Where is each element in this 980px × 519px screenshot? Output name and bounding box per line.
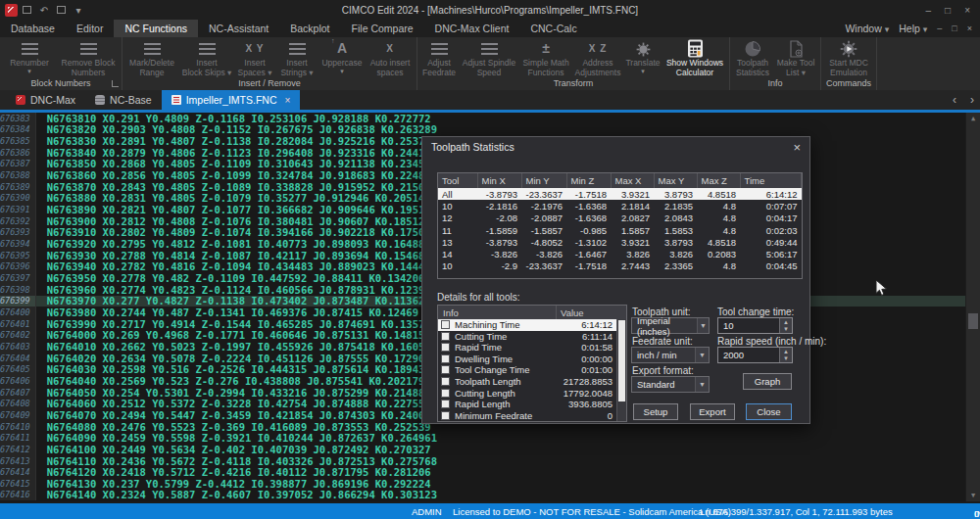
- spin-down-icon[interactable]: ▼: [780, 326, 792, 334]
- table-row[interactable]: 13-3.8793-4.8052-1.31023.93213.87934.851…: [438, 236, 802, 248]
- doc-tab-impeller-imts-fnc[interactable]: Impeller_IMTS.FNC×: [162, 90, 301, 110]
- save-icon[interactable]: [23, 6, 31, 14]
- detail-row-machining-time[interactable]: Machining Time6:14:12: [438, 319, 626, 331]
- detail-row-rapid-time[interactable]: Rapid Time0:01:58: [438, 342, 626, 354]
- minimize-icon[interactable]: –: [926, 5, 932, 16]
- checkbox[interactable]: [441, 320, 450, 329]
- table-row[interactable]: 10-2.1816-2.1976-1.63682.18142.18354.80:…: [438, 200, 802, 212]
- restore-icon[interactable]: □: [945, 5, 951, 16]
- dialog-close-icon[interactable]: ×: [793, 141, 801, 154]
- adjust-feedrate-button[interactable]: AdjustFeedrate: [419, 37, 459, 77]
- menu-tab-dnc-max-client[interactable]: DNC-Max Client: [424, 20, 520, 37]
- checkbox[interactable]: [441, 332, 450, 341]
- detail-row-dwelling-time[interactable]: Dwelling Time0:00:00: [438, 354, 626, 365]
- start-mdc-emulation-button[interactable]: Start MDCEmulation: [823, 37, 874, 77]
- detail-row-tool-change-time[interactable]: Tool Change Time0:01:00: [438, 364, 626, 376]
- auto-insert-spaces-button[interactable]: XAuto insertspaces: [366, 37, 415, 77]
- code-line[interactable]: 676416N6764140 X0.2324 Y0.5887 Z-0.4607 …: [0, 490, 965, 501]
- insert-spaces-button[interactable]: X YInsertSpaces ▾: [234, 37, 275, 77]
- insert-strings-button[interactable]: InsertStrings ▾: [275, 37, 318, 77]
- scrollbar-thumb[interactable]: [968, 313, 978, 329]
- doc-tab-nc-base[interactable]: NC-Base: [85, 90, 162, 110]
- export-format-select[interactable]: Standard ▼: [631, 376, 710, 393]
- close-icon[interactable]: ×: [964, 5, 970, 16]
- qat-dropdown-icon[interactable]: ▾: [73, 5, 84, 16]
- detail-row-toolpath-length[interactable]: Toolpath Length21728.8853: [438, 376, 626, 388]
- detail-row-minimum-feedrate[interactable]: Minimum Feedrate0: [438, 409, 626, 421]
- toolpath-statistics-button[interactable]: ToolpathStatistics: [732, 37, 773, 77]
- translate-button[interactable]: Translate▾: [623, 37, 662, 77]
- rapid-speed-input[interactable]: 2000 ▲▼: [717, 347, 793, 363]
- checkbox[interactable]: [441, 365, 450, 374]
- mdi-minimize-icon[interactable]: –: [937, 24, 942, 33]
- menu-tab-database[interactable]: Database: [0, 20, 66, 37]
- table-row[interactable]: 14-3.826-3.826-1.64673.8263.8260.20835:0…: [438, 248, 802, 260]
- print-icon[interactable]: [57, 6, 66, 14]
- title-bar[interactable]: ↶ ▾ CIMCO Edit 2024 - [Machines\Hurco\Pr…: [0, 0, 980, 20]
- feedrate-unit-select[interactable]: inch / min ▼: [631, 347, 710, 363]
- insert-block-skips-button[interactable]: InsertBlock Skips ▾: [179, 37, 234, 77]
- checkbox[interactable]: [441, 354, 450, 363]
- table-row[interactable]: All-3.8793-23.3637-1.75183.93213.87934.8…: [438, 188, 802, 200]
- checkbox[interactable]: [441, 400, 450, 408]
- menu-tab-editor[interactable]: Editor: [66, 20, 114, 37]
- code-line[interactable]: 676415N6764130 X0.237 Y0.5799 Z-0.4412 I…: [0, 478, 965, 490]
- show-windows-calculator-button[interactable]: Show WindowsCalculator: [662, 37, 727, 77]
- graph-button[interactable]: Graph: [743, 373, 792, 390]
- mdi-restore-icon[interactable]: □: [952, 24, 956, 33]
- setup-button[interactable]: Setup: [633, 403, 678, 420]
- close-button[interactable]: Close: [746, 403, 792, 420]
- address-adjustments-button[interactable]: X ZAddressAdjustments: [572, 37, 623, 77]
- mdi-close-icon[interactable]: ×: [967, 24, 972, 33]
- tool-change-time-input[interactable]: 10 ▲▼: [717, 317, 793, 334]
- menu-tab-backplot[interactable]: Backplot: [279, 20, 340, 37]
- table-row[interactable]: 12-2.08-2.0887-1.63682.08272.08434.80:04…: [438, 212, 802, 224]
- export-button[interactable]: Export: [690, 403, 735, 420]
- doc-tab-dnc-max[interactable]: DNC-Max: [6, 90, 85, 110]
- adjust-spindle-speed-button[interactable]: Adjust SpindleSpeed: [459, 37, 519, 77]
- menu-tab-cnc-calc[interactable]: CNC-Calc: [519, 20, 587, 37]
- code-line[interactable]: 676413N6764110 X0.2436 Y0.5672 Z-0.4118 …: [0, 455, 965, 467]
- toolpath-unit-select[interactable]: Imperial (inches) ▼: [631, 317, 710, 334]
- remove-block-numbers-button[interactable]: Remove BlockNumbers: [57, 37, 120, 77]
- code-line[interactable]: 676414N6764120 X0.2418 Y0.5712 Z-0.4216 …: [0, 466, 965, 478]
- renumber-button[interactable]: Renumber▾: [2, 37, 57, 77]
- checkbox[interactable]: [441, 343, 450, 352]
- mark-delete-range-button[interactable]: Mark/DeleteRange: [124, 37, 179, 77]
- spin-down-icon[interactable]: ▼: [780, 355, 792, 363]
- table-row[interactable]: 10-2.9-23.3637-1.75182.74432.33654.80:04…: [438, 260, 802, 272]
- spin-up-icon[interactable]: ▲: [780, 348, 792, 355]
- undo-icon[interactable]: ↶: [38, 5, 50, 16]
- scroll-up-icon[interactable]: ▲: [966, 115, 980, 122]
- uppercase-button[interactable]: A↑Uppercase▾: [318, 37, 366, 77]
- spin-up-icon[interactable]: ▲: [780, 318, 792, 326]
- checkbox[interactable]: [441, 377, 450, 386]
- simple-math-functions-button[interactable]: ±Simple MathFunctions: [519, 37, 572, 77]
- menu-tab-nc-functions[interactable]: NC Functions: [114, 20, 198, 37]
- details-scrollbar[interactable]: [616, 319, 626, 421]
- dialog-title-bar[interactable]: Toolpath Statistics ×: [422, 137, 809, 157]
- detail-row-rapid-length[interactable]: Rapid Length3936.8805: [438, 399, 626, 410]
- tab-scroll-right-icon[interactable]: ›: [970, 93, 974, 107]
- scroll-down-icon[interactable]: ▼: [966, 492, 980, 499]
- editor-vertical-scrollbar[interactable]: ▲ ▼: [965, 113, 980, 501]
- table-row[interactable]: 11-1.5859-1.5857-0.9851.58571.58534.80:0…: [438, 224, 802, 236]
- dialog-launcher-icon[interactable]: [112, 80, 119, 87]
- ribbon-group-info: ToolpathStatisticsMake ToolList ▾Info: [730, 37, 821, 90]
- code-line[interactable]: 676411N6764090 X0.2459 Y0.5598 Z-0.3921 …: [0, 432, 965, 444]
- code-line[interactable]: 676412N6764100 X0.2449 Y0.5634 Z-0.402 I…: [0, 444, 965, 455]
- checkbox[interactable]: [441, 411, 450, 420]
- make-tool-list-button[interactable]: Make ToolList ▾: [773, 37, 818, 77]
- detail-row-cutting-length[interactable]: Cutting Length17792.0048: [438, 387, 626, 399]
- detail-row-cutting-time[interactable]: Cutting Time6:11:14: [438, 331, 626, 343]
- menu-tab-file-compare[interactable]: File Compare: [341, 20, 424, 37]
- details-scrollbar-thumb[interactable]: [618, 320, 625, 401]
- code-line[interactable]: 676383N6763810 X0.291 Y0.4809 Z-0.1168 I…: [0, 113, 965, 124]
- help-menu[interactable]: Help ▾: [899, 23, 927, 34]
- window-menu[interactable]: Window ▾: [845, 23, 889, 34]
- menu-tab-nc-assistant[interactable]: NC-Assistant: [198, 20, 279, 37]
- tab-close-icon[interactable]: ×: [284, 95, 290, 106]
- code-line[interactable]: 676384N6763820 X0.2903 Y0.4808 Z-0.1152 …: [0, 124, 965, 136]
- checkbox[interactable]: [441, 389, 450, 398]
- tab-scroll-left-icon[interactable]: ‹: [953, 93, 956, 107]
